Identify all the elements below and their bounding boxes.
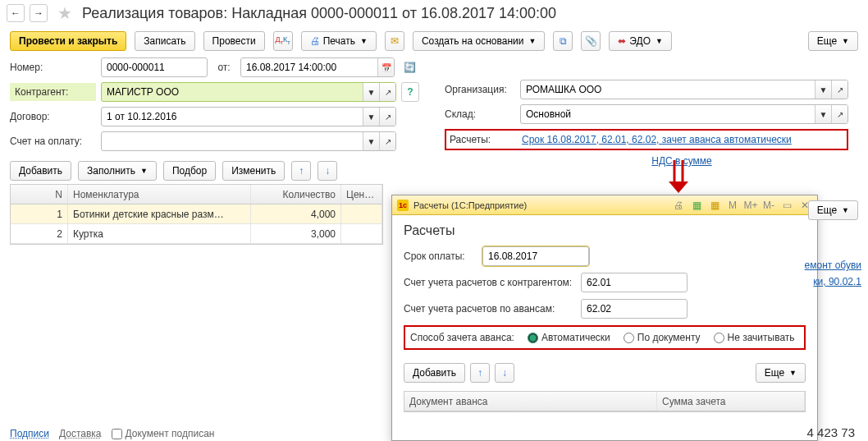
col-n[interactable]: N bbox=[11, 185, 68, 204]
warehouse-input[interactable] bbox=[521, 105, 815, 123]
col-advance-sum[interactable]: Сумма зачета bbox=[657, 392, 805, 411]
table-row[interactable]: 2 Куртка 3,000 bbox=[11, 224, 382, 244]
red-arrow-icon bbox=[669, 160, 688, 193]
open-icon[interactable]: ↗ bbox=[831, 105, 847, 123]
dropdown-icon[interactable]: ▼ bbox=[363, 83, 379, 101]
dialog-add-button[interactable]: Добавить bbox=[404, 363, 465, 383]
col-nom[interactable]: Номенклатура bbox=[68, 185, 251, 204]
side-link-2[interactable]: ки, 90.02.1 bbox=[813, 276, 861, 287]
col-price[interactable]: Цен… bbox=[341, 185, 382, 204]
number-input[interactable] bbox=[102, 58, 207, 76]
forward-button[interactable]: → bbox=[30, 4, 48, 22]
advance-bydoc-radio[interactable]: По документу bbox=[624, 332, 701, 343]
refresh-icon[interactable]: 🔄 bbox=[400, 57, 419, 77]
change-button[interactable]: Изменить bbox=[222, 161, 285, 181]
payment-term-input[interactable] bbox=[483, 247, 589, 265]
dialog-window-title: Расчеты (1С:Предприятие) bbox=[413, 200, 527, 210]
account-advance-input[interactable] bbox=[582, 300, 688, 318]
add-row-button[interactable]: Добавить bbox=[10, 161, 71, 181]
side-link-1[interactable]: емонт обуви bbox=[805, 260, 861, 271]
invoice-input[interactable] bbox=[102, 132, 363, 150]
cal2-icon[interactable]: ▦ bbox=[707, 198, 722, 213]
tab-signatures[interactable]: Подписи bbox=[10, 428, 49, 439]
write-button[interactable]: Записать bbox=[135, 31, 194, 51]
list-more-button[interactable]: Еще▼ bbox=[808, 200, 858, 220]
move-up-button[interactable]: ↑ bbox=[291, 161, 311, 181]
dropdown-icon[interactable]: ▼ bbox=[815, 80, 831, 99]
settlements-label: Расчеты: bbox=[450, 134, 517, 145]
dtdk-button[interactable]: ДтКт bbox=[273, 31, 293, 51]
dialog-more-button[interactable]: Еще▼ bbox=[756, 363, 806, 383]
warehouse-label: Склад: bbox=[445, 108, 515, 120]
fill-button[interactable]: Заполнить▼ bbox=[78, 161, 157, 181]
advance-method-label: Способ зачета аванса: bbox=[410, 332, 514, 343]
back-button[interactable]: ← bbox=[7, 4, 25, 22]
printer-icon: 🖨 bbox=[310, 35, 320, 47]
attach-button[interactable]: 📎 bbox=[581, 31, 601, 51]
favorite-star-icon[interactable]: ★ bbox=[57, 3, 72, 23]
pick-button[interactable]: Подбор bbox=[163, 161, 216, 181]
account-counterparty-input[interactable] bbox=[582, 273, 688, 292]
col-qty[interactable]: Количество bbox=[251, 185, 341, 204]
number-label: Номер: bbox=[10, 62, 96, 73]
move-down-button[interactable]: ↓ bbox=[318, 161, 337, 181]
app-icon: 1c bbox=[397, 200, 409, 211]
print-button[interactable]: 🖨Печать▼ bbox=[301, 31, 377, 51]
help-button[interactable]: ? bbox=[401, 82, 419, 102]
post-and-close-button[interactable]: Провести и закрыть bbox=[10, 31, 126, 51]
from-label: от: bbox=[212, 62, 235, 73]
account-counterparty-label: Счет учета расчетов с контрагентом: bbox=[404, 277, 576, 288]
table-row[interactable]: 1 Ботинки детские красные разм… 4,000 bbox=[11, 204, 382, 224]
open-icon[interactable]: ↗ bbox=[379, 83, 395, 101]
settlements-link[interactable]: Срок 16.08.2017, 62.01, 62.02, зачет ава… bbox=[522, 134, 792, 145]
counterparty-label: Контрагент: bbox=[10, 83, 96, 101]
open-icon[interactable]: ↗ bbox=[379, 132, 395, 150]
dialog-title: Расчеты bbox=[404, 223, 806, 238]
account-advance-label: Счет учета расчетов по авансам: bbox=[404, 303, 576, 315]
org-label: Организация: bbox=[445, 84, 515, 95]
advance-none-radio[interactable]: Не зачитывать bbox=[714, 332, 795, 343]
dropdown-icon[interactable]: ▼ bbox=[363, 132, 379, 150]
col-advance-doc[interactable]: Документ аванса bbox=[404, 392, 657, 411]
open-icon[interactable]: ↗ bbox=[831, 80, 847, 99]
cal1-icon[interactable]: ▦ bbox=[689, 198, 704, 213]
edo-icon: ⬌ bbox=[618, 35, 626, 47]
create-based-button[interactable]: Создать на основании▼ bbox=[413, 31, 545, 51]
open-icon[interactable]: ↗ bbox=[379, 108, 395, 126]
svg-marker-2 bbox=[669, 181, 688, 193]
structure-button[interactable]: ⧉ bbox=[553, 31, 573, 51]
payment-term-label: Срок оплаты: bbox=[404, 250, 477, 262]
post-button[interactable]: Провести bbox=[203, 31, 265, 51]
date-input[interactable] bbox=[241, 58, 377, 76]
settlements-dialog: 1c Расчеты (1С:Предприятие) 🖨 ▦ ▦ M M+ M… bbox=[391, 195, 818, 441]
mplus-icon[interactable]: M+ bbox=[743, 198, 758, 213]
page-title: Реализация товаров: Накладная 0000-00001… bbox=[82, 5, 556, 22]
contract-input[interactable] bbox=[102, 108, 363, 126]
move-down-button[interactable]: ↓ bbox=[495, 363, 514, 383]
minimize-icon[interactable]: ▭ bbox=[779, 198, 794, 213]
contract-label: Договор: bbox=[10, 111, 96, 122]
edo-button[interactable]: ⬌ЭДО▼ bbox=[609, 31, 672, 51]
dropdown-icon[interactable]: ▼ bbox=[815, 105, 831, 123]
print-icon[interactable]: 🖨 bbox=[671, 198, 686, 213]
org-input[interactable] bbox=[521, 80, 815, 99]
dropdown-icon[interactable]: ▼ bbox=[363, 108, 379, 126]
more-button[interactable]: Еще▼ bbox=[808, 31, 858, 51]
email-button[interactable]: ✉ bbox=[385, 31, 404, 51]
total-amount: 4 423 73 bbox=[807, 425, 855, 439]
doc-signed-checkbox[interactable]: Документ подписан bbox=[112, 428, 215, 439]
invoice-label: Счет на оплату: bbox=[10, 136, 96, 147]
advance-auto-radio[interactable]: Автоматически bbox=[528, 332, 610, 343]
m-icon[interactable]: M bbox=[725, 198, 740, 213]
counterparty-input[interactable] bbox=[102, 83, 363, 101]
move-up-button[interactable]: ↑ bbox=[470, 363, 490, 383]
mminus-icon[interactable]: M- bbox=[761, 198, 776, 213]
tab-delivery[interactable]: Доставка bbox=[59, 428, 102, 439]
calendar-icon[interactable]: 📅 bbox=[377, 58, 394, 76]
